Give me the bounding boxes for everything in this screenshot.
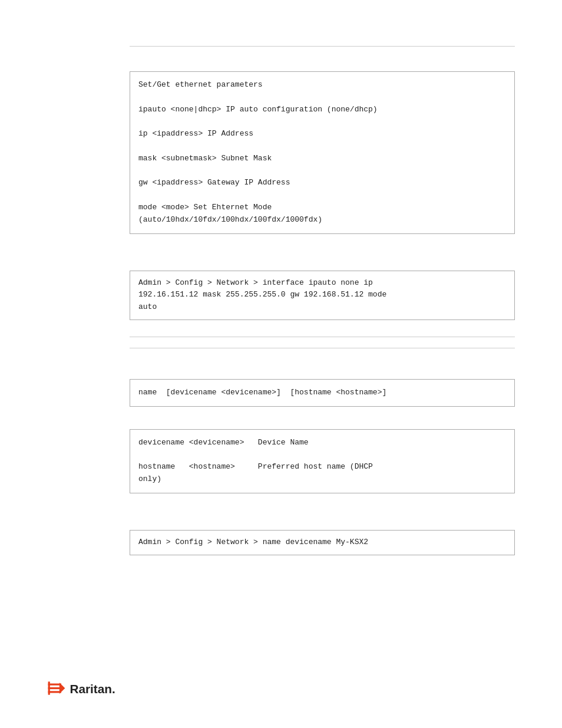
raritan-text: Raritan. (70, 682, 115, 696)
interface-example-block: Admin > Config > Network > interface ipa… (130, 271, 515, 320)
interface-section: Set/Get ethernet parameters ipauto <none… (130, 71, 515, 234)
interface-example-section: Admin > Config > Network > interface ipa… (130, 271, 515, 320)
svg-rect-2 (48, 691, 61, 693)
top-divider (130, 46, 515, 47)
svg-marker-4 (59, 683, 65, 694)
name-section: name [devicename <devicename>] [hostname… (130, 379, 515, 493)
middle-divider-2 (130, 348, 515, 348)
raritan-icon (48, 681, 65, 694)
name-example-section: Admin > Config > Network > name devicena… (130, 530, 515, 555)
interface-syntax-block: Set/Get ethernet parameters ipauto <none… (130, 71, 515, 234)
page-container: Set/Get ethernet parameters ipauto <none… (0, 0, 562, 728)
middle-divider-1 (130, 337, 515, 337)
logo-container: Raritan. (47, 672, 141, 704)
name-syntax-block: name [devicename <devicename>] [hostname… (130, 379, 515, 407)
name-example-block: Admin > Config > Network > name devicena… (130, 530, 515, 555)
svg-rect-1 (48, 687, 61, 689)
name-description-block: devicename <devicename> Device Name host… (130, 429, 515, 493)
svg-rect-0 (48, 684, 61, 686)
raritan-logo: Raritan. (47, 672, 141, 704)
svg-rect-3 (48, 681, 50, 694)
